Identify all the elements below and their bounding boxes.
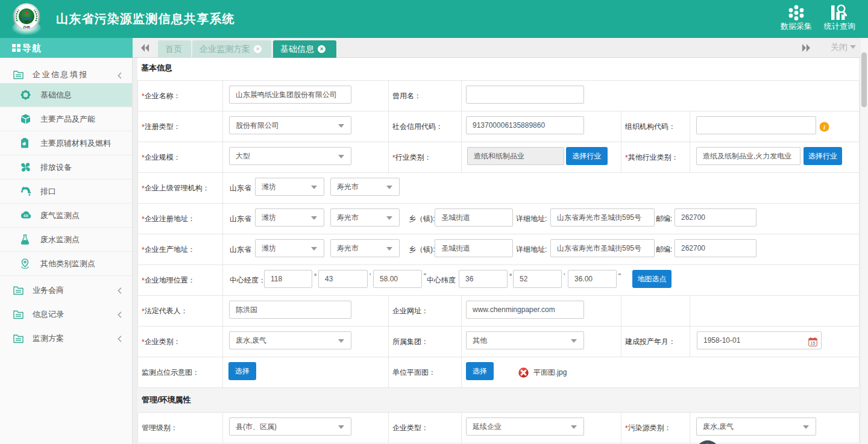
svg-text:co: co — [24, 213, 28, 217]
svg-text:15: 15 — [811, 341, 816, 345]
svg-text:ZHB: ZHB — [23, 25, 30, 29]
